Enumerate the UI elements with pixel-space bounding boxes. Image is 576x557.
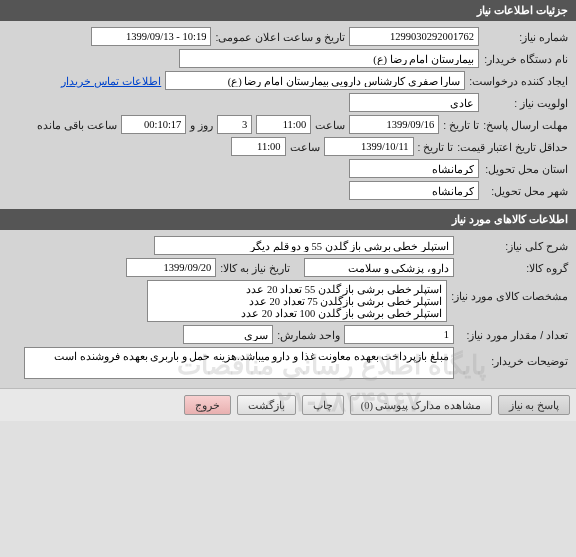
input-creator[interactable]: [165, 71, 465, 90]
input-need-description[interactable]: [154, 236, 454, 255]
input-priority[interactable]: [349, 93, 479, 112]
input-deadline-time[interactable]: [256, 115, 311, 134]
label-goods-spec: مشخصات کالای مورد نیاز:: [451, 280, 568, 302]
label-need-date: تاریخ نیاز به کالا:: [220, 262, 290, 274]
section-header-goods-info: اطلاعات کالاهای مورد نیاز: [0, 209, 576, 230]
label-need-description: شرح کلی نیاز:: [458, 240, 568, 252]
label-min-validity: حداقل تاریخ اعتبار قیمت:: [457, 141, 568, 153]
label-delivery-city: شهر محل تحویل:: [483, 185, 568, 197]
label-delivery-province: استان محل تحویل:: [483, 163, 568, 175]
textarea-goods-spec[interactable]: استپلر خطی برشی باز گلدن 55 تعداد 20 عدد…: [147, 280, 447, 322]
label-goods-group: گروه کالا:: [458, 262, 568, 274]
footer-actions: پاسخ به نیاز مشاهده مدارک پیوستی (0) چاپ…: [0, 388, 576, 421]
label-need-number: شماره نیاز:: [483, 31, 568, 43]
label-to-date-2: تا تاریخ :: [418, 141, 454, 153]
label-response-deadline: مهلت ارسال پاسخ:: [483, 119, 568, 131]
input-delivery-province[interactable]: [349, 159, 479, 178]
input-delivery-city[interactable]: [349, 181, 479, 200]
label-buyer-org: نام دستگاه خریدار:: [483, 53, 568, 65]
label-unit: واحد شمارش:: [277, 329, 340, 341]
back-button[interactable]: بازگشت: [237, 395, 296, 415]
view-attachments-button[interactable]: مشاهده مدارک پیوستی (0): [350, 395, 492, 415]
input-goods-group[interactable]: [304, 258, 454, 277]
link-buyer-contact[interactable]: اطلاعات تماس خریدار: [61, 75, 161, 87]
label-time-2: ساعت: [290, 141, 320, 153]
input-need-date[interactable]: [126, 258, 216, 277]
textarea-buyer-notes[interactable]: مبلغ بازپرداخت بعهده معاونت غذا و دارو م…: [24, 347, 454, 379]
input-validity-date[interactable]: [324, 137, 414, 156]
exit-button[interactable]: خروج: [184, 395, 231, 415]
goods-info-form: پایگاه اطلاع رسانی مناقصات ۰۲۱-۸۸۲۴۹۶۷۰ …: [0, 230, 576, 388]
input-quantity[interactable]: [344, 325, 454, 344]
input-unit[interactable]: [183, 325, 273, 344]
label-priority: اولویت نیاز :: [483, 97, 568, 109]
print-button[interactable]: چاپ: [302, 395, 344, 415]
label-days-and: روز و: [190, 119, 213, 131]
label-public-datetime: تاریخ و ساعت اعلان عمومی:: [215, 31, 345, 43]
input-days-remaining: [217, 115, 252, 134]
input-need-number[interactable]: [349, 27, 479, 46]
label-quantity: تعداد / مقدار مورد نیاز:: [458, 329, 568, 341]
label-time-1: ساعت: [315, 119, 345, 131]
input-public-datetime[interactable]: [91, 27, 211, 46]
input-buyer-org[interactable]: [179, 49, 479, 68]
section-header-need-info: جزئیات اطلاعات نیاز: [0, 0, 576, 21]
label-to-date-1: تا تاریخ :: [443, 119, 479, 131]
input-deadline-date[interactable]: [349, 115, 439, 134]
label-buyer-notes: توضیحات خریدار:: [458, 347, 568, 367]
need-info-form: شماره نیاز: تاریخ و ساعت اعلان عمومی: نا…: [0, 21, 576, 209]
input-countdown: [121, 115, 186, 134]
label-creator: ایجاد کننده درخواست:: [469, 75, 568, 87]
input-validity-time[interactable]: [231, 137, 286, 156]
label-hours-remaining: ساعت باقی مانده: [37, 119, 117, 131]
respond-button[interactable]: پاسخ به نیاز: [498, 395, 570, 415]
